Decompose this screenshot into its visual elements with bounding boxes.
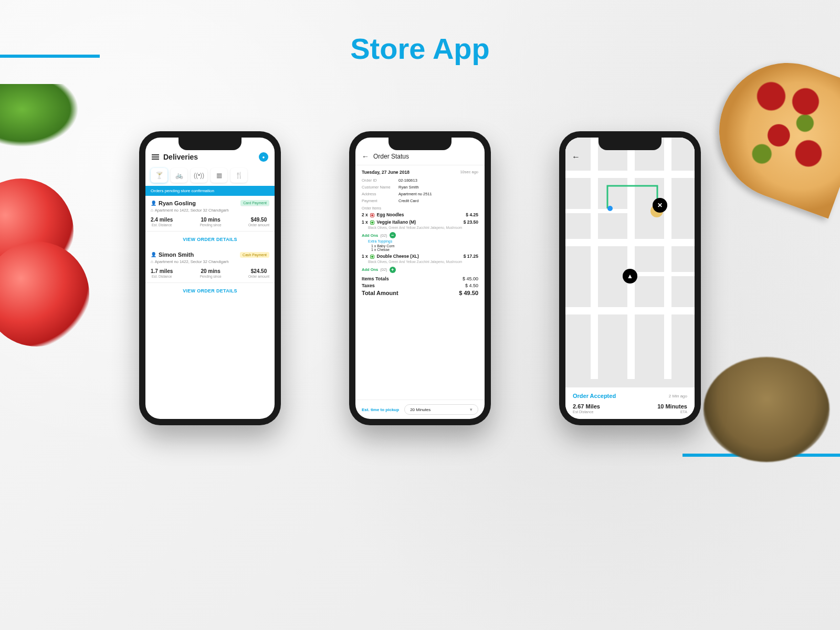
- map-eta: 10 Minutes: [657, 403, 687, 410]
- payment-value: Credit Card: [398, 198, 418, 203]
- stat-distance: 1.7 miles: [151, 268, 173, 274]
- pickup-dropdown[interactable]: 20 Minutes ▾: [404, 404, 478, 415]
- map-distance-label: Est Distance: [573, 410, 600, 414]
- collapse-icon[interactable]: −: [390, 232, 396, 238]
- addons-toggle[interactable]: Add Ons(02)−: [362, 232, 478, 238]
- stat-amount-label: Order amount: [248, 223, 269, 227]
- topping-line: 1 x Baby Corn: [371, 244, 478, 248]
- map-roads: [565, 138, 695, 379]
- item-qty: 1 x: [362, 254, 369, 259]
- filter-list-icon[interactable]: ▦: [211, 168, 227, 183]
- item-name: Double Cheese (XL): [377, 254, 419, 259]
- pending-banner: Orders pending store confirmation: [145, 186, 275, 196]
- phone-map: ← ✕ ▲ Order Accepted 2 Min ago 2.67 Mile…: [559, 131, 701, 425]
- filter-signal-icon[interactable]: ((•)): [191, 168, 207, 183]
- customer-label: Customer Name: [362, 185, 398, 190]
- status-card: Order Accepted 2 Min ago 2.67 MilesEst D…: [565, 387, 695, 419]
- chevron-down-icon: ▾: [470, 407, 472, 412]
- menu-icon[interactable]: [152, 154, 159, 160]
- item-price: $ 17.25: [464, 254, 478, 259]
- line-item: 2 x Egg Noodles$ 4.25: [362, 212, 478, 217]
- customer-address: Apartment no 1422, Sector 32 Chandigarh: [155, 259, 229, 264]
- item-qty: 2 x: [362, 212, 369, 217]
- stat-pending-label: Pending since: [200, 275, 222, 278]
- taxes-label: Taxes: [362, 283, 375, 288]
- destination-pin-icon[interactable]: ✕: [653, 198, 667, 213]
- payment-label: Payment: [362, 198, 398, 203]
- item-name: Veggie Italiano (M): [377, 219, 416, 225]
- item-price: $ 4.25: [466, 212, 478, 217]
- stat-pending: 20 mins: [200, 268, 222, 274]
- phone-deliveries: Deliveries ● 🍸 🚲 ((•)) ▦ 🍴 Orders pendin…: [139, 131, 281, 425]
- line-item: 1 x Veggie Italiano (M)$ 23.50 Black Oli…: [362, 219, 478, 251]
- addons-label: Add Ons: [362, 267, 378, 272]
- page-title: Store App: [0, 32, 840, 66]
- order-time-ago: 10sec ago: [460, 170, 478, 175]
- order-status-label: Order Accepted: [573, 393, 616, 399]
- map-view[interactable]: ← ✕ ▲: [565, 138, 695, 387]
- filter-tabs: 🍸 🚲 ((•)) ▦ 🍴: [145, 165, 275, 186]
- map-current-dot: [607, 206, 613, 211]
- stat-distance-label: Est. Distance: [151, 275, 173, 278]
- screen-title: Order Status: [373, 153, 409, 160]
- header-bar: Deliveries ●: [145, 138, 275, 165]
- pickup-value: 20 Minutes: [410, 407, 430, 412]
- item-name: Egg Noodles: [377, 212, 404, 217]
- view-details-button[interactable]: VIEW ORDER DETAILS: [145, 283, 275, 299]
- back-icon[interactable]: ←: [362, 152, 369, 161]
- order-date: Tuesday, 27 June 2018: [362, 170, 410, 175]
- back-icon[interactable]: ←: [572, 152, 580, 162]
- order-items-header: Order Items: [362, 206, 478, 210]
- map-distance: 2.67 Miles: [573, 403, 600, 410]
- filter-restaurant-icon[interactable]: 🍸: [151, 168, 167, 183]
- veg-icon: [370, 220, 374, 225]
- order-card: 👤 Ryan Gosling Card Payment ⌂Apartment n…: [145, 196, 275, 232]
- phone-order-status: ← Order Status Tuesday, 27 June 2018 10s…: [349, 131, 491, 425]
- non-veg-icon: [370, 213, 374, 217]
- order-id-value: 02-180613: [398, 178, 417, 183]
- filter-bike-icon[interactable]: 🚲: [171, 168, 187, 183]
- customer-name: Simon Smith: [159, 251, 194, 258]
- stat-amount-label: Order amount: [248, 275, 269, 278]
- taxes-value: $ 4.50: [465, 283, 478, 288]
- order-id-label: Order ID: [362, 178, 398, 183]
- item-price: $ 23.50: [464, 219, 478, 225]
- item-description: Black Olives, Green And Yellow Zucchini …: [368, 226, 478, 230]
- stat-pending: 10 mins: [200, 217, 222, 223]
- navigation-pin-icon[interactable]: ▲: [623, 269, 637, 284]
- topping-line: 1 x Chesse: [371, 248, 478, 251]
- screen-title: Deliveries: [163, 153, 198, 161]
- item-qty: 1 x: [362, 219, 369, 225]
- expand-icon[interactable]: +: [390, 267, 396, 273]
- stat-amount: $24.50: [248, 268, 269, 274]
- stat-pending-label: Pending since: [200, 223, 222, 227]
- user-icon: 👤: [151, 252, 156, 257]
- veg-icon: [370, 255, 374, 259]
- pickup-label: Est. time to pickup: [362, 407, 399, 412]
- total-amount-label: Total Amount: [362, 290, 398, 296]
- addons-label: Add Ons: [362, 233, 378, 238]
- home-icon: ⌂: [151, 259, 153, 264]
- toppings-header: Extra Toppings: [368, 239, 478, 243]
- home-icon: ⌂: [151, 208, 153, 213]
- payment-badge: Cash Payment: [240, 252, 269, 258]
- pickup-footer: Est. time to pickup 20 Minutes ▾: [355, 400, 485, 419]
- items-total-value: $ 45.00: [463, 276, 478, 281]
- order-card: 👤 Simon Smith Cash Payment ⌂Apartment no…: [145, 247, 275, 283]
- total-amount-value: $ 49.50: [459, 290, 478, 296]
- notifications-icon[interactable]: ●: [259, 152, 268, 162]
- addons-toggle[interactable]: Add Ons(02)+: [362, 267, 478, 273]
- stat-distance-label: Est. Distance: [151, 223, 173, 227]
- customer-value: Ryan Smith: [398, 185, 419, 190]
- address-value: Apartment no 2511: [398, 192, 432, 196]
- view-details-button[interactable]: VIEW ORDER DETAILS: [145, 232, 275, 247]
- stat-distance: 2.4 miles: [151, 217, 173, 223]
- header-bar: ← Order Status: [355, 138, 485, 165]
- customer-name: Ryan Gosling: [159, 200, 196, 206]
- status-time-ago: 2 Min ago: [669, 394, 687, 398]
- addons-count: (02): [380, 267, 387, 272]
- item-description: Black Olives, Green And Yellow Zucchini …: [368, 260, 478, 264]
- payment-badge: Card Payment: [240, 200, 269, 206]
- filter-food-icon[interactable]: 🍴: [230, 168, 247, 183]
- address-label: Address: [362, 192, 398, 196]
